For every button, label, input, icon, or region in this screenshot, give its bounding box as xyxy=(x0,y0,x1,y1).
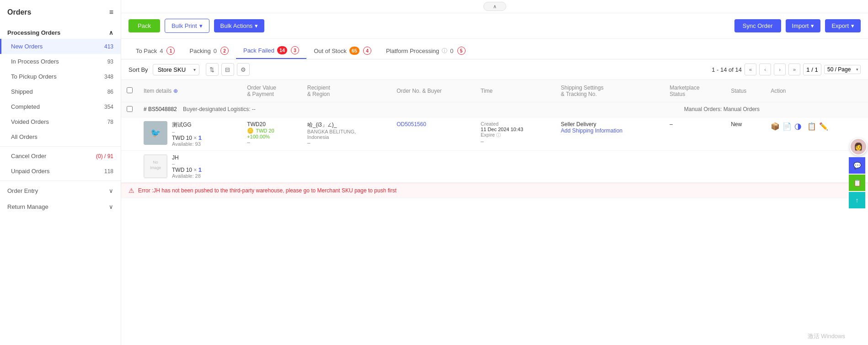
order-no-link[interactable]: OD5051560 xyxy=(396,121,426,127)
order-id: # BS5048882 xyxy=(144,106,177,112)
tab-out-of-stock[interactable]: Out of Stock 65 4 xyxy=(306,43,379,58)
add-shipping-link[interactable]: Add Shipping Information xyxy=(561,127,622,134)
sidebar-item-label: Voided Orders xyxy=(11,118,49,125)
tab-number-circle: 2 xyxy=(220,47,229,55)
sidebar-item-all-orders[interactable]: All Orders xyxy=(0,129,121,144)
product2-price-qty: TWD 10 × 1 xyxy=(172,166,202,173)
box-icon[interactable]: 📦 xyxy=(771,122,780,131)
pack-failed-badge: 14 xyxy=(277,46,287,54)
chevron-up-icon: ∧ xyxy=(109,29,113,36)
product-qty: 1 xyxy=(198,134,202,141)
th-marketplace: MarketplaceStatus xyxy=(664,80,725,102)
bulk-print-button[interactable]: Bulk Print ▾ xyxy=(165,19,209,33)
sort-icon[interactable]: ⇅ xyxy=(206,63,219,76)
sidebar-item-unpaid[interactable]: Unpaid Orders 118 xyxy=(0,164,121,179)
no-image: No Image xyxy=(144,154,167,178)
edit-icon[interactable]: ✏️ xyxy=(819,122,828,131)
sidebar-item-count: 348 xyxy=(104,74,113,80)
filter-icon[interactable]: ⊟ xyxy=(221,63,234,76)
tab-platform-processing[interactable]: Platform Processing ⓘ 0 5 xyxy=(379,43,473,58)
tab-number-circle: 1 xyxy=(166,47,175,55)
marketplace-status-cell: – xyxy=(664,117,725,151)
pack-button[interactable]: Pack xyxy=(129,19,160,32)
sidebar-item-voided[interactable]: Voided Orders 78 xyxy=(0,114,121,129)
export-button[interactable]: Export ▾ xyxy=(825,19,861,32)
sidebar-item-new-orders[interactable]: New Orders 413 xyxy=(0,39,121,54)
recipient-cell: 哈_(i3」∠)_ BANGKA BELITUNG,Indonesia – xyxy=(302,117,391,151)
prev-page-button[interactable]: ‹ xyxy=(759,64,771,75)
sidebar-item-label: In Process Orders xyxy=(11,58,59,65)
sidebar-item-to-pickup[interactable]: To Pickup Orders 348 xyxy=(0,69,121,84)
sidebar-item-label: New Orders xyxy=(11,43,43,50)
collapse-button[interactable]: ∧ xyxy=(483,2,506,11)
error-row: ⚠ Error :JH has not been pushed to the t… xyxy=(121,183,868,198)
tab-packing[interactable]: Packing 0 2 xyxy=(182,43,236,58)
floating-sidebar: 👩 💬 📋 ↑ xyxy=(849,137,868,208)
menu-icon[interactable]: ≡ xyxy=(109,8,113,16)
product2-image: No Image xyxy=(144,154,167,178)
order-percent: +100.00% xyxy=(247,134,296,139)
error-cell: ⚠ Error :JH has not been pushed to the t… xyxy=(121,183,868,198)
sidebar-item-cancel-order[interactable]: Cancel Order (0) / 91 xyxy=(0,149,121,164)
th-status: Status xyxy=(725,80,765,102)
chevron-down-icon: ▾ xyxy=(255,22,258,29)
th-order-value: Order Value& Payment xyxy=(241,80,302,102)
order-entry-label: Order Entry xyxy=(7,187,38,194)
table-header-row: Item details ⊕ Order Value& Payment Reci… xyxy=(121,80,868,102)
tab-to-pack[interactable]: To Pack 4 1 xyxy=(129,43,182,58)
settings-icon[interactable]: ⚙ xyxy=(237,63,250,76)
first-page-button[interactable]: « xyxy=(745,64,756,75)
product-info: 测试GG – TWD 10 × 1 Available: 93 xyxy=(172,121,202,147)
export-label: Export xyxy=(831,22,849,29)
last-page-button[interactable]: » xyxy=(788,64,800,75)
sidebar-item-shipped[interactable]: Shipped 86 xyxy=(0,84,121,99)
circle-icon[interactable]: ◑ xyxy=(794,121,802,131)
shipping2-cell xyxy=(555,151,664,183)
tab-label: Out of Stock xyxy=(314,48,347,54)
marketplace-status: – xyxy=(670,121,673,127)
tab-count: 0 xyxy=(450,48,453,54)
sidebar-item-count: 78 xyxy=(107,119,113,125)
order-value-cell: TWD20 🪙 TWD 20 +100.00% – xyxy=(241,117,302,151)
recipient-dash: – xyxy=(307,140,386,146)
add-column-icon[interactable]: ⊕ xyxy=(173,88,178,94)
sync-order-button[interactable]: Sync Order xyxy=(734,19,781,32)
sort-select-wrap[interactable]: Store SKU xyxy=(153,64,199,75)
sidebar-item-completed[interactable]: Completed 354 xyxy=(0,99,121,114)
th-recipient: Recipient& Region xyxy=(302,80,391,102)
sidebar-return-manage[interactable]: Return Manage ∨ xyxy=(0,199,121,215)
order-checkbox[interactable] xyxy=(127,106,133,112)
import-button[interactable]: Import ▾ xyxy=(786,19,821,32)
page-size-select[interactable]: 50 / Page xyxy=(824,65,861,74)
page-size-wrap[interactable]: 50 / Page xyxy=(824,65,861,74)
tab-label: To Pack xyxy=(136,48,157,54)
product2-sku: – xyxy=(172,161,202,166)
main-content: ∧ Pack Bulk Print ▾ Bulk Actions ▾ Sync … xyxy=(121,0,868,345)
tab-pack-failed[interactable]: Pack Failed 14 3 xyxy=(236,42,306,59)
sidebar-order-entry[interactable]: Order Entry ∨ xyxy=(0,183,121,199)
tab-label: Platform Processing xyxy=(386,48,439,54)
filter-bar: Sort By Store SKU ⇅ ⊟ ⚙ 1 - 14 of 14 « ‹… xyxy=(121,59,868,80)
float-avatar[interactable]: 👩 xyxy=(849,137,868,156)
float-green-button[interactable]: 📋 xyxy=(849,175,865,191)
float-chat-button[interactable]: 💬 xyxy=(849,157,865,174)
sort-select[interactable]: Store SKU xyxy=(153,64,199,75)
action-icons: 📦 📄 ◑ 📋 ✏️ xyxy=(771,121,863,131)
chevron-down-icon: ∨ xyxy=(109,203,113,210)
sidebar-divider-2 xyxy=(0,180,121,181)
doc-icon[interactable]: 📄 xyxy=(782,122,792,131)
next-page-button[interactable]: › xyxy=(774,64,786,75)
bulk-actions-button[interactable]: Bulk Actions ▾ xyxy=(214,19,265,32)
th-item-details: Item details ⊕ xyxy=(138,80,241,102)
list-icon[interactable]: 📋 xyxy=(807,122,816,131)
page-input[interactable] xyxy=(803,64,821,75)
select-all-checkbox[interactable] xyxy=(127,87,133,93)
product2-available: Available: 28 xyxy=(172,173,202,179)
order-value-alt: TWD 20 xyxy=(256,128,274,133)
orders-table: Item details ⊕ Order Value& Payment Reci… xyxy=(121,80,868,198)
float-teal-button[interactable]: ↑ xyxy=(849,192,865,208)
product-sku: – xyxy=(172,129,202,134)
processing-orders-section[interactable]: Processing Orders ∧ xyxy=(0,25,121,39)
section-label: Processing Orders xyxy=(7,29,60,36)
sidebar-item-in-process[interactable]: In Process Orders 93 xyxy=(0,54,121,69)
